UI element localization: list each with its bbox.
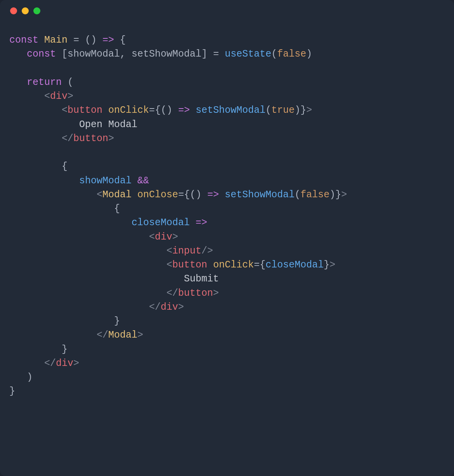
literal-false: false: [277, 48, 306, 60]
arrow: =>: [190, 217, 207, 228]
op-and: &&: [137, 175, 149, 186]
param-closemodal: closeModal: [132, 217, 190, 228]
eq: =: [149, 105, 155, 116]
minimize-icon[interactable]: [22, 7, 29, 14]
brace: }: [324, 259, 329, 271]
tag-input: input: [172, 245, 201, 257]
identifier-main: Main: [44, 34, 68, 46]
brace: }: [335, 189, 341, 200]
arrow-params: (): [190, 189, 207, 200]
comma: ,: [120, 48, 132, 60]
tag-button: button: [172, 259, 207, 271]
brace: {: [114, 34, 126, 46]
space: [219, 189, 225, 200]
angle: >: [172, 231, 178, 243]
brace: {: [62, 161, 68, 172]
var-closemodal: closeModal: [265, 259, 324, 271]
tag-button-close: button: [178, 288, 213, 299]
literal-true: true: [271, 105, 295, 116]
angle: </: [97, 329, 108, 341]
tag-div-close: div: [56, 358, 73, 369]
angle: >: [73, 358, 79, 369]
fn-usestate: useState: [225, 48, 271, 60]
keyword-const: const: [9, 34, 38, 46]
text-open-modal: Open Modal: [79, 119, 137, 130]
attr-onclick: onClick: [213, 259, 254, 271]
arrow: =>: [102, 34, 114, 46]
angle: <: [166, 245, 172, 257]
arrow: =>: [178, 105, 190, 116]
bracket: ] =: [201, 48, 225, 60]
attr-onclick: onClick: [108, 105, 149, 116]
window-titlebar: [0, 0, 454, 22]
angle: </: [149, 302, 161, 313]
brace: {: [155, 105, 161, 116]
code-window: const Main = () => { const [showModal, s…: [0, 0, 454, 476]
arrow-params: (): [161, 105, 178, 116]
var-setshowmodal: setShowModal: [132, 48, 201, 60]
paren: ): [295, 105, 300, 116]
keyword-const: const: [27, 48, 56, 60]
text-submit: Submit: [184, 273, 219, 285]
brace: }: [9, 386, 15, 397]
brace: {: [184, 189, 190, 200]
angle: <: [97, 189, 102, 200]
maximize-icon[interactable]: [33, 7, 40, 14]
tag-button-close: button: [73, 133, 108, 144]
fn-setshowmodal: setShowModal: [196, 105, 265, 116]
tag-button: button: [68, 105, 102, 116]
tag-modal-close: Modal: [108, 329, 137, 341]
literal-false: false: [300, 189, 329, 200]
tag-div: div: [50, 91, 68, 102]
keyword-return: return: [27, 77, 62, 88]
angle: >: [306, 105, 312, 116]
brace: {: [114, 203, 120, 214]
angle: >: [108, 133, 114, 144]
angle: <: [44, 91, 50, 102]
angle: >: [329, 259, 335, 271]
bracket: [: [56, 48, 68, 60]
fn-setshowmodal: setShowModal: [225, 189, 295, 200]
eq: =: [178, 189, 184, 200]
brace: }: [114, 316, 120, 327]
paren: ): [306, 48, 312, 60]
arrow: =>: [207, 189, 219, 200]
tag-div: div: [155, 231, 172, 243]
angle: >: [178, 302, 184, 313]
space: [190, 105, 196, 116]
angle: <: [62, 105, 68, 116]
arrow-params: (): [85, 34, 102, 46]
angle: </: [62, 133, 73, 144]
angle: <: [166, 259, 172, 271]
paren: (: [265, 105, 271, 116]
angle: <: [149, 231, 155, 243]
close-icon[interactable]: [10, 7, 17, 14]
paren: (: [295, 189, 300, 200]
angle: >: [213, 288, 219, 299]
angle: />: [201, 245, 213, 257]
angle: </: [44, 358, 56, 369]
brace: }: [300, 105, 306, 116]
var-showmodal: showModal: [79, 175, 132, 186]
var-showmodal: showModal: [68, 48, 120, 60]
brace: }: [62, 344, 68, 355]
angle: >: [341, 189, 347, 200]
code-block: const Main = () => { const [showModal, s…: [0, 22, 454, 399]
paren: ): [329, 189, 335, 200]
operator-eq: =: [68, 34, 85, 46]
angle: >: [68, 91, 73, 102]
paren: (: [62, 77, 73, 88]
angle: >: [137, 329, 143, 341]
tag-modal: Modal: [102, 189, 132, 200]
eq: =: [254, 259, 260, 271]
attr-onclose: onClose: [137, 189, 178, 200]
angle: </: [166, 288, 178, 299]
paren: ): [27, 372, 33, 383]
brace: {: [260, 259, 265, 271]
paren: (: [271, 48, 277, 60]
tag-div-close: div: [161, 302, 178, 313]
